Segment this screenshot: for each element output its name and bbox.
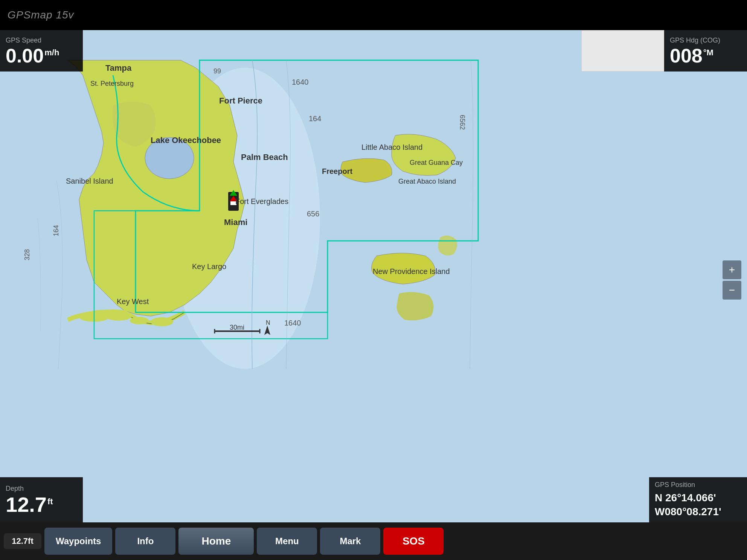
svg-text:164: 164 — [52, 225, 60, 236]
home-button[interactable]: Home — [178, 528, 254, 555]
map-svg: Tampa St. Petersburg Fort Pierce Lake Ok… — [0, 30, 747, 522]
depth-value: 12.7ft — [6, 494, 53, 515]
svg-text:Lake Okeechobee: Lake Okeechobee — [151, 135, 221, 145]
svg-text:Palm Beach: Palm Beach — [241, 152, 288, 162]
svg-text:6562: 6562 — [459, 115, 466, 130]
svg-text:1640: 1640 — [292, 78, 309, 86]
svg-text:Freeport: Freeport — [322, 167, 352, 175]
svg-text:656: 656 — [307, 210, 319, 218]
depth-label: Depth — [6, 485, 24, 493]
svg-text:Fort Everglades: Fort Everglades — [235, 197, 288, 205]
svg-text:Tampa: Tampa — [105, 63, 132, 73]
depth-unit: ft — [47, 497, 53, 506]
gps-heading-value: 008°M — [670, 46, 713, 65]
gps-heading-unit: °M — [703, 48, 713, 57]
gps-position-lat: N 26°14.066' — [655, 491, 716, 505]
depth-box: Depth 12.7ft — [0, 477, 83, 522]
gps-heading-label: GPS Hdg (COG) — [670, 37, 720, 44]
svg-text:Key Largo: Key Largo — [192, 262, 226, 271]
map-container[interactable]: Tampa St. Petersburg Fort Pierce Lake Ok… — [0, 30, 747, 522]
gps-position-box: GPS Position N 26°14.066' W080°08.271' — [649, 477, 747, 522]
svg-text:Fort Pierce: Fort Pierce — [219, 96, 262, 105]
sos-button[interactable]: SOS — [383, 528, 444, 555]
zoom-out-button[interactable]: − — [723, 281, 741, 300]
svg-text:Great Guana Cay: Great Guana Cay — [410, 159, 463, 166]
svg-point-3 — [151, 317, 173, 326]
svg-text:St. Petersburg: St. Petersburg — [90, 80, 134, 87]
gps-speed-box: GPS Speed 0.00m/h — [0, 30, 83, 72]
svg-text:328: 328 — [23, 249, 31, 260]
svg-point-5 — [105, 312, 132, 321]
svg-text:Little Abaco Island: Little Abaco Island — [361, 143, 422, 151]
bottom-bar: 12.7ft Waypoints Info Home Menu Mark SOS — [0, 522, 747, 560]
svg-text:Sanibel Island: Sanibel Island — [66, 177, 113, 185]
zoom-in-button[interactable]: + — [723, 260, 741, 279]
svg-point-4 — [130, 317, 149, 324]
gps-position-lon: W080°08.271' — [655, 505, 721, 519]
gps-speed-unit: m/h — [44, 48, 59, 57]
svg-text:Great Abaco Island: Great Abaco Island — [398, 178, 456, 185]
gps-speed-value: 0.00m/h — [6, 46, 59, 65]
svg-text:N: N — [266, 320, 270, 326]
gps-heading-box: GPS Hdg (COG) 008°M — [664, 30, 747, 72]
svg-text:99: 99 — [213, 67, 221, 75]
svg-text:New Providence Island: New Providence Island — [373, 267, 450, 275]
gps-speed-label: GPS Speed — [6, 37, 41, 44]
top-bar: GPSmap 15v — [0, 0, 747, 30]
menu-button[interactable]: Menu — [257, 528, 317, 555]
svg-text:Miami: Miami — [224, 218, 247, 227]
svg-text:Key West: Key West — [117, 297, 149, 306]
zoom-controls[interactable]: + − — [723, 260, 741, 300]
minimap-box — [581, 30, 664, 72]
info-button[interactable]: Info — [115, 528, 175, 555]
svg-text:30mi: 30mi — [230, 324, 244, 331]
waypoints-button[interactable]: Waypoints — [44, 528, 112, 555]
gps-position-label: GPS Position — [655, 481, 695, 489]
svg-text:1640: 1640 — [284, 319, 301, 327]
svg-text:164: 164 — [309, 114, 321, 123]
brand-title: GPSmap 15v — [8, 9, 74, 21]
depth-indicator-small: 12.7ft — [4, 533, 41, 549]
mark-button[interactable]: Mark — [320, 528, 380, 555]
